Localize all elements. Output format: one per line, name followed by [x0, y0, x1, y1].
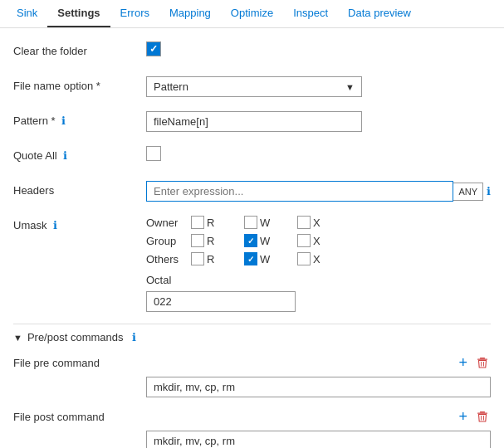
umask-others-w: W — [244, 252, 294, 265]
clear-folder-control — [146, 41, 491, 56]
file-post-add-button[interactable]: + — [457, 407, 469, 426]
svg-rect-4 — [480, 411, 485, 413]
file-pre-actions: + — [146, 353, 491, 372]
tab-optimize[interactable]: Optimize — [221, 0, 283, 27]
umask-group-r-checkbox[interactable] — [191, 234, 204, 247]
umask-group-label: Group — [146, 235, 188, 247]
file-name-option-label: File name option * — [13, 76, 146, 92]
file-name-option-row: File name option * Pattern ▼ — [13, 76, 491, 100]
umask-owner-w-checkbox[interactable] — [244, 216, 257, 229]
tab-mapping[interactable]: Mapping — [159, 0, 221, 27]
pattern-control — [146, 111, 491, 132]
umask-others-r: R — [191, 252, 241, 265]
umask-label: Umask ℹ — [13, 216, 146, 231]
umask-owner-r-checkbox[interactable] — [191, 216, 204, 229]
tab-errors[interactable]: Errors — [110, 0, 159, 27]
file-pre-row: File pre command + — [13, 353, 491, 397]
file-post-right: + — [146, 407, 491, 448]
umask-group-x-checkbox[interactable] — [297, 234, 311, 247]
quote-all-label: Quote All ℹ — [13, 146, 146, 162]
tab-bar: SinkSettingsErrorsMappingOptimizeInspect… — [0, 0, 504, 28]
headers-control: ANY ℹ — [146, 181, 491, 202]
file-post-label: File post command — [13, 407, 146, 423]
umask-octal-input-row — [146, 291, 347, 312]
svg-rect-1 — [477, 359, 487, 360]
umask-group-r: R — [191, 234, 241, 247]
umask-group-w: W — [244, 234, 294, 247]
umask-octal-row: Octal — [146, 270, 347, 286]
pre-post-info-icon[interactable]: ℹ — [132, 331, 136, 343]
trash-icon — [476, 410, 489, 423]
headers-any-badge: ANY — [453, 183, 483, 201]
file-name-option-control: Pattern ▼ — [146, 76, 491, 97]
file-pre-label: File pre command — [13, 353, 146, 369]
tab-data-preview[interactable]: Data preview — [338, 0, 421, 27]
file-pre-delete-button[interactable] — [474, 354, 491, 371]
file-name-option-select[interactable]: Pattern ▼ — [146, 76, 362, 97]
umask-group-x: X — [297, 234, 347, 247]
headers-label: Headers — [13, 181, 146, 197]
umask-control: Owner R W X Group — [146, 216, 491, 312]
umask-owner-label: Owner — [146, 217, 188, 229]
quote-all-row: Quote All ℹ — [13, 146, 491, 169]
pattern-row: Pattern * ℹ — [13, 111, 491, 134]
file-post-delete-button[interactable] — [474, 408, 491, 425]
umask-owner-row: Owner R W X — [146, 216, 347, 229]
quote-all-control — [146, 146, 491, 161]
umask-others-x-checkbox[interactable] — [297, 252, 311, 265]
main-content: Clear the folder File name option * Patt… — [0, 28, 504, 448]
umask-row: Umask ℹ Owner R W X — [13, 216, 491, 312]
plus-icon: + — [458, 355, 467, 370]
umask-others-r-checkbox[interactable] — [191, 252, 204, 265]
divider — [13, 324, 491, 324]
umask-owner-w: W — [244, 216, 294, 229]
file-pre-input[interactable] — [146, 377, 491, 397]
clear-folder-row: Clear the folder — [13, 41, 491, 65]
toggle-arrow-icon: ▼ — [13, 333, 22, 343]
plus-icon: + — [458, 409, 467, 424]
headers-info-icon[interactable]: ℹ — [487, 185, 491, 197]
file-pre-add-button[interactable]: + — [457, 353, 469, 372]
tab-settings[interactable]: Settings — [47, 0, 110, 27]
octal-label: Octal — [146, 274, 171, 286]
headers-input[interactable] — [146, 181, 453, 202]
file-post-input[interactable] — [146, 431, 491, 448]
octal-input[interactable] — [146, 291, 296, 312]
file-pre-right: + — [146, 353, 491, 397]
quote-all-info-icon[interactable]: ℹ — [63, 149, 67, 162]
tab-inspect[interactable]: Inspect — [283, 0, 338, 27]
svg-rect-5 — [477, 413, 487, 414]
clear-folder-checkbox[interactable] — [146, 41, 161, 56]
pattern-label: Pattern * ℹ — [13, 111, 146, 127]
umask-owner-x: X — [297, 216, 347, 229]
umask-others-label: Others — [146, 253, 188, 265]
file-post-row: File post command + — [13, 407, 491, 448]
umask-owner-x-checkbox[interactable] — [297, 216, 311, 229]
umask-owner-r: R — [191, 216, 241, 229]
umask-group-w-checkbox[interactable] — [244, 234, 257, 247]
umask-info-icon[interactable]: ℹ — [53, 219, 57, 231]
file-post-actions: + — [146, 407, 491, 426]
trash-icon — [476, 356, 489, 369]
umask-others-x: X — [297, 252, 347, 265]
headers-row: Headers ANY ℹ — [13, 181, 491, 204]
pattern-info-icon[interactable]: ℹ — [61, 114, 66, 127]
umask-others-row: Others R W X — [146, 252, 347, 265]
pre-post-toggle[interactable]: ▼ Pre/post commands ℹ — [13, 331, 491, 343]
quote-all-checkbox[interactable] — [146, 146, 161, 161]
pattern-input[interactable] — [146, 111, 362, 132]
chevron-down-icon: ▼ — [345, 82, 355, 92]
svg-rect-0 — [480, 358, 485, 359]
tab-sink[interactable]: Sink — [7, 0, 47, 27]
cmd-section: File pre command + — [13, 353, 491, 448]
clear-folder-label: Clear the folder — [13, 41, 146, 57]
umask-others-w-checkbox[interactable] — [244, 252, 257, 265]
umask-grid: Owner R W X Group — [146, 216, 347, 312]
umask-group-row: Group R W X — [146, 234, 347, 247]
